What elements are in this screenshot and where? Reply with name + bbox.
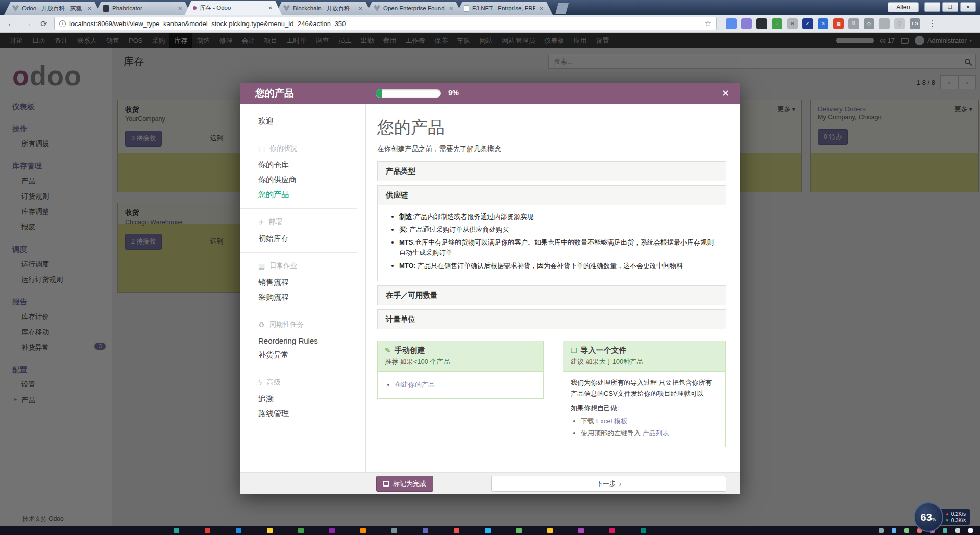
tab-close-icon[interactable]: ✕ [267, 5, 274, 11]
close-icon[interactable]: ✕ [960, 2, 976, 12]
planner-nav-purchase-flow[interactable]: 采购流程 [258, 293, 365, 302]
profile-button[interactable]: Allen [888, 2, 919, 12]
planner-section-advanced: ϟ 高级 [258, 378, 365, 387]
extension-icon[interactable]: ⊙ [787, 18, 798, 29]
planner-nav-your-warehouse[interactable]: 你的仓库 [258, 160, 365, 170]
divider [240, 135, 357, 135]
taskbar-icon[interactable] [641, 528, 646, 533]
extension-icon[interactable]: ◇ [864, 18, 874, 29]
extension-icon[interactable] [879, 18, 890, 29]
taskbar-icon[interactable] [205, 528, 210, 533]
planner-nav-welcome[interactable]: 欢迎 [258, 116, 365, 126]
taskbar-icon[interactable] [485, 528, 491, 533]
browser-tab[interactable]: E3.NET - Entrprise, ERP ✕ [456, 2, 553, 15]
extension-icon[interactable] [726, 18, 737, 29]
extension-icon[interactable]: S [818, 18, 828, 29]
card-header: ❏ 导入一个文件 建议 如果大于100种产品 [564, 341, 725, 371]
taskbar-icon[interactable] [578, 528, 584, 533]
planner-nav-routes[interactable]: 路线管理 [258, 409, 365, 419]
browser-tab[interactable]: Odoo - 开放百科 - 灰狐 ✕ [4, 2, 101, 15]
browser-menu-icon[interactable]: ⋮ [928, 19, 936, 28]
new-tab-button[interactable] [555, 3, 569, 14]
tab-close-icon[interactable]: ✕ [87, 6, 93, 11]
taskbar-icon[interactable] [454, 528, 459, 533]
upload-rate: ▲ 0.2K/s [945, 511, 966, 517]
extension-icon[interactable] [741, 18, 752, 29]
mark-done-button[interactable]: 标记为完成 [376, 476, 433, 492]
modal-close-icon[interactable]: ✕ [722, 88, 729, 99]
taskbar-icon[interactable] [516, 528, 522, 533]
taskbar-icon[interactable] [391, 528, 397, 533]
back-icon[interactable]: ← [5, 17, 17, 30]
extension-icon[interactable]: ES [910, 18, 920, 29]
progress-percent: 9% [448, 89, 459, 97]
favicon-odoo-icon [193, 6, 197, 10]
extension-icon[interactable] [756, 18, 767, 29]
planner-nav-reordering-rules[interactable]: Reordering Rules [258, 336, 365, 345]
planner-nav-your-vendors[interactable]: 你的供应商 [258, 175, 365, 185]
excel-template-link[interactable]: Excel 模板 [596, 417, 627, 425]
modal-body: 欢迎 ▤ 你的状况 你的仓库 你的供应商 您的产品 ✈ 部署 初始库存 [240, 104, 740, 472]
tray-icon[interactable] [904, 528, 909, 533]
extension-icon[interactable]: Z [802, 18, 813, 29]
address-bar[interactable]: i localhost:8069/web#view_type=kanban&mo… [54, 17, 717, 30]
next-button[interactable]: 下一步 › [491, 476, 726, 492]
tray-icon[interactable] [879, 528, 884, 533]
minimize-icon[interactable]: − [924, 2, 940, 12]
diy-subheading: 如果你想自己做: [571, 403, 718, 414]
create-products-link[interactable]: 创建你的产品 [395, 381, 435, 388]
accordion-header[interactable]: 计量单位 [378, 310, 726, 329]
planner-nav-initial-inventory[interactable]: 初始库存 [258, 234, 365, 244]
browser-tab[interactable]: Phabricator ✕ [94, 2, 191, 15]
memory-percent-ball[interactable]: 63 % [914, 502, 943, 532]
planner-nav-procurement-exceptions[interactable]: 补货异常 [258, 350, 365, 360]
planner-section-periodic: ♻ 周期性任务 [258, 320, 365, 329]
page-info-icon[interactable]: i [59, 20, 66, 27]
reload-icon[interactable]: ⟳ [38, 17, 50, 30]
product-list-link[interactable]: 产品列表 [643, 429, 669, 437]
forward-icon[interactable]: → [21, 17, 34, 30]
extensions-row: ↓ ⊙ Z S ▦ ii ◇ ⬡ ES [726, 18, 920, 29]
extension-icon[interactable]: ii [848, 18, 859, 29]
taskbar-icon[interactable] [174, 528, 179, 533]
extension-icon[interactable]: ⬡ [894, 18, 905, 29]
taskbar-icon[interactable] [609, 528, 615, 533]
browser-tab-active[interactable]: 库存 - Odoo ✕ [185, 1, 282, 15]
tab-close-icon[interactable]: ✕ [448, 6, 454, 11]
accordion-supply-chain: 供应链 制造:产品内部制造或者服务通过内部资源实现 买: 产品通过采购订单从供应… [377, 185, 726, 281]
speed-monitor-widget[interactable]: 63 % ▲ 0.2K/s ▼ 0.3K/s [914, 502, 970, 532]
accordion-body: 制造:产品内部制造或者服务通过内部资源实现 买: 产品通过采购订单从供应商处购买… [378, 205, 726, 281]
page-title: 您的产品 [377, 116, 726, 139]
recycle-icon: ♻ [258, 321, 265, 329]
tab-close-icon[interactable]: ✕ [177, 6, 183, 11]
extension-icon[interactable]: ↓ [772, 18, 782, 29]
accordion-header[interactable]: 在手／可用数量 [378, 286, 726, 305]
taskbar-icon[interactable] [329, 528, 335, 533]
planner-nav-your-products[interactable]: 您的产品 [258, 190, 365, 200]
planner-nav-traceability[interactable]: 追溯 [258, 394, 365, 404]
accordion-header[interactable]: 供应链 [378, 186, 726, 205]
bullet-mts: MTS:仓库中有足够的货物可以满足你的客户。如果仓库中的数量不能够满足出货，系统… [399, 237, 718, 258]
browser-tab[interactable]: Open Enterprise Found ✕ [365, 2, 462, 15]
chevron-right-icon: › [619, 480, 622, 488]
extension-icon[interactable]: ▦ [833, 18, 844, 29]
browser-tab[interactable]: Blockchain - 开放百科 - ✕ [275, 2, 372, 15]
taskbar-icon[interactable] [236, 528, 241, 533]
tray-icon[interactable] [892, 528, 896, 533]
taskbar-icon[interactable] [423, 528, 428, 533]
taskbar-icon[interactable] [360, 528, 366, 533]
tab-title: Phabricator [112, 5, 174, 11]
maximize-icon[interactable]: ❐ [942, 2, 958, 12]
bookmark-star-icon[interactable]: ☆ [705, 19, 712, 28]
taskbar-icon[interactable] [298, 528, 304, 533]
tab-close-icon[interactable]: ✕ [358, 6, 364, 11]
taskbar-icon[interactable] [267, 528, 273, 533]
card-body: 创建你的产品 [378, 371, 543, 398]
tab-close-icon[interactable]: ✕ [538, 6, 545, 11]
accordion-header[interactable]: 产品类型 [378, 162, 726, 181]
favicon-fox-icon [374, 5, 380, 12]
bolt-icon: ϟ [258, 378, 262, 386]
taskbar-icon[interactable] [547, 528, 553, 533]
favicon-phabricator-icon [103, 5, 109, 12]
planner-nav-sales-flow[interactable]: 销售流程 [258, 278, 365, 287]
